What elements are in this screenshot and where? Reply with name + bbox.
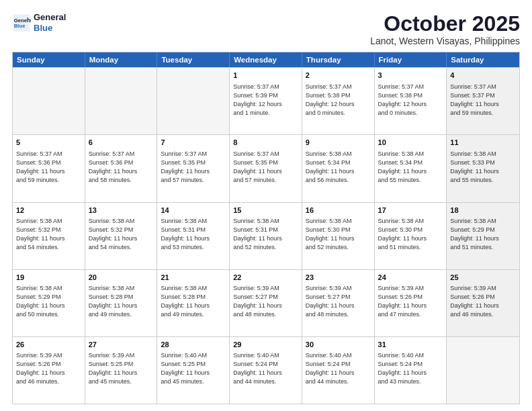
svg-text:General: General (14, 17, 31, 23)
svg-text:Blue: Blue (14, 23, 26, 29)
cell-content: Sunrise: 5:38 AMSunset: 5:29 PMDaylight:… (16, 284, 81, 319)
cal-cell-4-5: 23Sunrise: 5:39 AMSunset: 5:27 PMDayligh… (302, 270, 375, 336)
day-number: 6 (89, 138, 154, 148)
day-number: 20 (89, 273, 154, 283)
day-number: 15 (233, 205, 298, 216)
cell-content: Sunrise: 5:40 AMSunset: 5:25 PMDaylight:… (161, 351, 226, 386)
cal-cell-5-7 (447, 337, 519, 404)
logo-text: General Blue (34, 12, 66, 33)
cal-cell-3-7: 18Sunrise: 5:38 AMSunset: 5:29 PMDayligh… (447, 203, 519, 269)
cal-cell-2-4: 8Sunrise: 5:37 AMSunset: 5:35 PMDaylight… (230, 135, 302, 201)
day-number: 14 (161, 205, 226, 216)
cal-cell-4-7: 25Sunrise: 5:39 AMSunset: 5:26 PMDayligh… (447, 270, 519, 336)
cal-cell-2-2: 6Sunrise: 5:37 AMSunset: 5:36 PMDaylight… (85, 135, 158, 201)
week-row-2: 5Sunrise: 5:37 AMSunset: 5:36 PMDaylight… (13, 134, 519, 201)
cal-cell-3-1: 12Sunrise: 5:38 AMSunset: 5:32 PMDayligh… (13, 203, 85, 269)
cal-cell-3-2: 13Sunrise: 5:38 AMSunset: 5:32 PMDayligh… (85, 203, 158, 269)
cell-content: Sunrise: 5:38 AMSunset: 5:31 PMDaylight:… (233, 217, 298, 252)
day-number: 2 (306, 71, 371, 81)
cell-content: Sunrise: 5:37 AMSunset: 5:39 PMDaylight:… (233, 83, 298, 118)
cell-content: Sunrise: 5:37 AMSunset: 5:36 PMDaylight:… (16, 150, 81, 185)
cal-cell-2-6: 10Sunrise: 5:38 AMSunset: 5:34 PMDayligh… (375, 135, 447, 201)
cell-content: Sunrise: 5:37 AMSunset: 5:36 PMDaylight:… (89, 150, 154, 185)
day-number: 16 (306, 205, 371, 216)
day-number: 9 (306, 138, 371, 148)
logo-icon: General Blue (12, 13, 31, 32)
cell-content: Sunrise: 5:40 AMSunset: 5:24 PMDaylight:… (233, 351, 298, 386)
week-row-3: 12Sunrise: 5:38 AMSunset: 5:32 PMDayligh… (13, 202, 519, 269)
cell-content: Sunrise: 5:37 AMSunset: 5:35 PMDaylight:… (161, 150, 226, 185)
day-number: 19 (16, 273, 81, 283)
cal-cell-5-4: 29Sunrise: 5:40 AMSunset: 5:24 PMDayligh… (230, 337, 302, 404)
cell-content: Sunrise: 5:40 AMSunset: 5:24 PMDaylight:… (306, 351, 371, 386)
day-number: 28 (161, 340, 226, 350)
day-number: 21 (161, 273, 226, 283)
cal-cell-1-5: 2Sunrise: 5:37 AMSunset: 5:38 PMDaylight… (302, 68, 375, 134)
cal-cell-5-2: 27Sunrise: 5:39 AMSunset: 5:25 PMDayligh… (85, 337, 158, 404)
day-number: 31 (378, 340, 443, 350)
day-number: 22 (233, 273, 298, 283)
cal-cell-1-6: 3Sunrise: 5:37 AMSunset: 5:38 PMDaylight… (375, 68, 447, 134)
cal-cell-5-5: 30Sunrise: 5:40 AMSunset: 5:24 PMDayligh… (302, 337, 375, 404)
cell-content: Sunrise: 5:39 AMSunset: 5:26 PMDaylight:… (16, 351, 81, 386)
cell-content: Sunrise: 5:38 AMSunset: 5:34 PMDaylight:… (306, 150, 371, 185)
cell-content: Sunrise: 5:38 AMSunset: 5:31 PMDaylight:… (161, 217, 226, 252)
day-number: 24 (378, 273, 443, 283)
header-day-saturday: Saturday (447, 52, 519, 67)
cal-cell-3-4: 15Sunrise: 5:38 AMSunset: 5:31 PMDayligh… (230, 203, 302, 269)
day-number: 7 (161, 138, 226, 148)
calendar: SundayMondayTuesdayWednesdayThursdayFrid… (12, 52, 520, 404)
cal-cell-1-2 (85, 68, 158, 134)
calendar-header: SundayMondayTuesdayWednesdayThursdayFrid… (13, 52, 519, 67)
cal-cell-5-6: 31Sunrise: 5:40 AMSunset: 5:24 PMDayligh… (375, 337, 447, 404)
cell-content: Sunrise: 5:38 AMSunset: 5:34 PMDaylight:… (378, 150, 443, 185)
week-row-4: 19Sunrise: 5:38 AMSunset: 5:29 PMDayligh… (13, 269, 519, 336)
month-title: October 2025 (370, 12, 520, 36)
day-number: 12 (16, 205, 81, 216)
cal-cell-4-1: 19Sunrise: 5:38 AMSunset: 5:29 PMDayligh… (13, 270, 85, 336)
cell-content: Sunrise: 5:40 AMSunset: 5:24 PMDaylight:… (378, 351, 443, 386)
cal-cell-3-5: 16Sunrise: 5:38 AMSunset: 5:30 PMDayligh… (302, 203, 375, 269)
cell-content: Sunrise: 5:39 AMSunset: 5:26 PMDaylight:… (450, 284, 516, 319)
header-day-thursday: Thursday (302, 52, 375, 67)
cal-cell-4-4: 22Sunrise: 5:39 AMSunset: 5:27 PMDayligh… (230, 270, 302, 336)
cal-cell-2-7: 11Sunrise: 5:38 AMSunset: 5:33 PMDayligh… (447, 135, 519, 201)
header-day-tuesday: Tuesday (157, 52, 230, 67)
day-number: 8 (233, 138, 298, 148)
cell-content: Sunrise: 5:37 AMSunset: 5:35 PMDaylight:… (233, 150, 298, 185)
cal-cell-1-3 (157, 68, 230, 134)
header-day-sunday: Sunday (13, 52, 85, 67)
day-number: 1 (233, 71, 298, 81)
header-day-monday: Monday (85, 52, 158, 67)
cal-cell-1-1 (13, 68, 85, 134)
cell-content: Sunrise: 5:38 AMSunset: 5:32 PMDaylight:… (89, 217, 154, 252)
cal-cell-5-1: 26Sunrise: 5:39 AMSunset: 5:26 PMDayligh… (13, 337, 85, 404)
cal-cell-1-4: 1Sunrise: 5:37 AMSunset: 5:39 PMDaylight… (230, 68, 302, 134)
day-number: 5 (16, 138, 81, 148)
cell-content: Sunrise: 5:38 AMSunset: 5:32 PMDaylight:… (16, 217, 81, 252)
logo-line1: General (34, 12, 66, 23)
day-number: 26 (16, 340, 81, 350)
day-number: 23 (306, 273, 371, 283)
cell-content: Sunrise: 5:38 AMSunset: 5:33 PMDaylight:… (450, 150, 516, 185)
cell-content: Sunrise: 5:39 AMSunset: 5:25 PMDaylight:… (89, 351, 154, 386)
calendar-page: General Blue General Blue October 2025 L… (0, 0, 532, 411)
cal-cell-3-6: 17Sunrise: 5:38 AMSunset: 5:30 PMDayligh… (375, 203, 447, 269)
day-number: 3 (378, 71, 443, 81)
cell-content: Sunrise: 5:38 AMSunset: 5:28 PMDaylight:… (161, 284, 226, 319)
cal-cell-4-6: 24Sunrise: 5:39 AMSunset: 5:26 PMDayligh… (375, 270, 447, 336)
day-number: 10 (378, 138, 443, 148)
header-day-wednesday: Wednesday (230, 52, 302, 67)
cal-cell-5-3: 28Sunrise: 5:40 AMSunset: 5:25 PMDayligh… (157, 337, 230, 404)
logo-line2: Blue (34, 23, 66, 34)
cell-content: Sunrise: 5:38 AMSunset: 5:29 PMDaylight:… (450, 217, 516, 252)
day-number: 13 (89, 205, 154, 216)
day-number: 30 (306, 340, 371, 350)
cell-content: Sunrise: 5:38 AMSunset: 5:28 PMDaylight:… (89, 284, 154, 319)
day-number: 25 (450, 273, 516, 283)
cal-cell-4-2: 20Sunrise: 5:38 AMSunset: 5:28 PMDayligh… (85, 270, 158, 336)
day-number: 27 (89, 340, 154, 350)
day-number: 18 (450, 205, 516, 216)
title-block: October 2025 Lanot, Western Visayas, Phi… (370, 12, 520, 46)
cell-content: Sunrise: 5:37 AMSunset: 5:38 PMDaylight:… (306, 83, 371, 118)
